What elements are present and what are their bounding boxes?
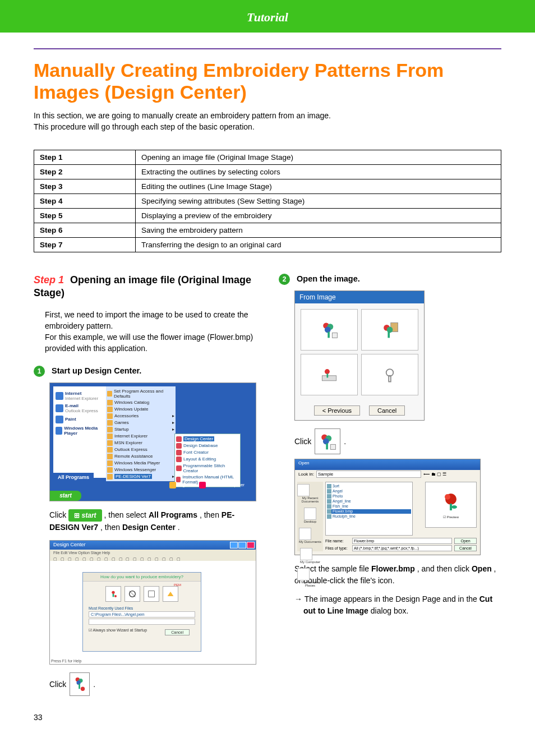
all-programs-item: All Programs <box>53 473 94 482</box>
lookin-label: Look in: <box>298 472 314 477</box>
toolbar-icons-icon: ⟵ 🖿 ▢ ☰ <box>423 472 446 477</box>
steps-table: Step 1Opening an image file (Original Im… <box>34 150 501 252</box>
step-label: Step 5 <box>34 208 136 223</box>
badge-2-icon: 2 <box>279 274 290 285</box>
step-label: Step 3 <box>34 179 136 193</box>
filename-input[interactable] <box>352 538 452 544</box>
step1-intro: First, we need to import the image to be… <box>45 309 256 354</box>
svg-point-22 <box>386 369 394 376</box>
txt: All Programs <box>149 510 197 519</box>
txt: Open <box>472 564 492 573</box>
click-open-line: Click . <box>294 428 501 454</box>
thumb-clipboard-icon <box>361 309 418 351</box>
select-line: Select the sample file Flower.bmp , and … <box>294 563 501 587</box>
svg-rect-14 <box>332 333 337 338</box>
status-bar: Press F1 for Help <box>51 659 81 663</box>
badge-1-icon: 1 <box>34 366 45 377</box>
header-title: Tutorial <box>247 10 288 24</box>
preview-checkbox: Preview <box>447 515 459 519</box>
choice-new-line-icon <box>124 586 140 602</box>
step-label: Step 4 <box>34 193 136 208</box>
right-column: 2 Open the image. From Image <box>279 274 501 696</box>
arrow-line: The image appears in the Design Page and… <box>303 593 501 617</box>
svg-rect-1 <box>113 594 114 597</box>
thumb-from-file-icon <box>301 309 358 351</box>
step-label: Step 7 <box>34 237 136 252</box>
filetype-input[interactable] <box>352 545 452 551</box>
open-file-icon <box>315 428 340 454</box>
step1-heading: Step 1 Opening an image file (Original I… <box>34 274 256 300</box>
svg-rect-13 <box>328 331 330 338</box>
from-image-icon <box>70 672 90 696</box>
step1-title: Opening an image file (Original Image St… <box>34 274 251 298</box>
step1-label: Step 1 <box>34 274 64 285</box>
window-buttons-icon <box>230 542 255 548</box>
substep1-title: Start up Design Center. <box>52 366 141 375</box>
mru-label: Most Recently Used Files <box>89 606 195 610</box>
txt: Design Center <box>122 523 176 532</box>
start-menu-screenshot: InternetInternet ExplorerE-mailOutlook E… <box>49 382 256 501</box>
step-desc: Displaying a preview of the embroidery <box>136 208 501 223</box>
txt: The image appears in the Design Page and… <box>305 594 479 603</box>
menubar: File Edit View Option Stage Help <box>50 550 256 556</box>
turnoff-label: Turn Off Computer <box>207 482 245 487</box>
filename-label: File name: <box>325 539 350 543</box>
step-label: Step 2 <box>34 164 136 179</box>
step-label: Step 1 <box>34 150 136 164</box>
svg-rect-18 <box>388 331 390 338</box>
choice-from-image-icon <box>105 586 121 602</box>
table-row: Step 3Editing the outlines (Line Image S… <box>34 179 501 193</box>
step-desc: Extracting the outlines by selecting col… <box>136 164 501 179</box>
svg-rect-19 <box>322 376 336 381</box>
table-row: Step 7Transferring the design to an orig… <box>34 237 501 252</box>
open-title: Open <box>298 460 310 465</box>
txt: , then select <box>104 510 148 519</box>
svg-point-9 <box>81 687 85 691</box>
svg-point-30 <box>445 494 450 500</box>
cancel-button[interactable]: Cancel <box>369 405 405 416</box>
step-label: Step 6 <box>34 223 136 237</box>
page-body: Manually Creating Embroidery Patterns Fr… <box>0 33 535 744</box>
substep2-title: Open the image. <box>297 274 360 283</box>
svg-point-20 <box>325 369 330 374</box>
intro-text: In this section, we are going to manuall… <box>34 110 501 133</box>
thumb-twain-icon <box>301 354 358 395</box>
previous-button[interactable]: < Previous <box>314 405 360 416</box>
click-label: Click <box>49 680 66 689</box>
from-image-dialog: From Image <box>294 291 425 421</box>
top-divider <box>34 48 501 49</box>
click-from-image-line: Click . <box>49 672 256 696</box>
lookin-input[interactable] <box>316 471 421 478</box>
wizard-screenshot: Design Center File Edit View Option Stag… <box>49 540 256 665</box>
open-button[interactable]: Open <box>454 538 477 544</box>
txt: Flower.bmp <box>371 564 415 573</box>
step-desc: Editing the outlines (Line Image Stage) <box>136 179 501 193</box>
txt: , and then click <box>417 564 472 573</box>
mru-line: C:\Program Files\...\Angel.pem <box>89 611 195 617</box>
open-cancel-button[interactable]: Cancel <box>454 545 477 551</box>
left-column: Step 1 Opening an image file (Original I… <box>34 274 256 696</box>
table-row: Step 1Opening an image file (Original Im… <box>34 150 501 164</box>
logoff-label: Log Off <box>178 482 192 487</box>
svg-rect-28 <box>331 444 336 449</box>
thumb-current-icon <box>361 354 418 395</box>
svg-point-2 <box>114 595 117 597</box>
wizard-question: How do you want to produce embroidery? <box>83 573 201 582</box>
page-number: 33 <box>34 713 501 722</box>
substep-2: 2 Open the image. <box>279 274 501 285</box>
svg-rect-21 <box>327 374 329 377</box>
page-title: Manually Creating Embroidery Patterns Fr… <box>34 59 501 103</box>
step-desc: Specifying sewing attributes (Sew Settin… <box>136 193 501 208</box>
start-button-inline: start <box>68 509 102 522</box>
svg-point-0 <box>112 591 114 594</box>
txt: , then <box>200 510 222 519</box>
step-desc: Opening an image file (Original Image St… <box>136 150 501 164</box>
preview-pane: ☑ Preview <box>425 482 477 528</box>
txt: . <box>178 523 180 532</box>
filetype-label: Files of type: <box>325 546 350 550</box>
wizard-title: Design Center <box>53 542 86 547</box>
open-dialog-screenshot: Open Look in: ⟵ 🖿 ▢ ☰ My Recent Document… <box>294 459 481 555</box>
txt: Click <box>49 510 68 519</box>
click-label: Click <box>294 437 311 446</box>
from-image-title: From Image <box>295 291 424 303</box>
